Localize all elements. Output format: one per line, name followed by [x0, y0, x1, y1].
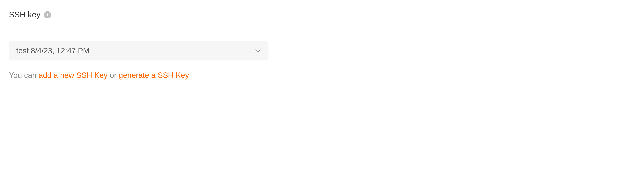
chevron-down-icon — [255, 48, 261, 54]
ssh-key-select[interactable]: test 8/4/23, 12:47 PM — [9, 41, 268, 61]
ssh-key-select-container: test 8/4/23, 12:47 PM — [9, 41, 268, 61]
helper-prefix: You can — [9, 71, 39, 80]
ssh-key-select-value: test 8/4/23, 12:47 PM — [16, 47, 90, 55]
add-ssh-key-link[interactable]: add a new SSH Key — [39, 71, 108, 80]
info-icon[interactable]: i — [44, 11, 51, 18]
content-area: test 8/4/23, 12:47 PM You can add a new … — [0, 29, 644, 80]
section-title: SSH key — [9, 10, 40, 19]
section-header: SSH key i — [0, 0, 644, 29]
helper-middle: or — [108, 71, 119, 80]
generate-ssh-key-link[interactable]: generate a SSH Key — [119, 71, 189, 80]
helper-text: You can add a new SSH Key or generate a … — [9, 71, 635, 80]
